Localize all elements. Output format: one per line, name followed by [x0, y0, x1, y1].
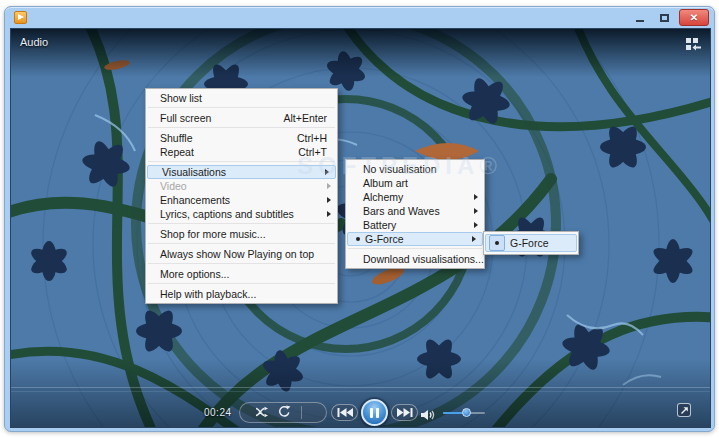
close-button[interactable]: ✕: [679, 9, 709, 26]
menu-separator: [148, 223, 335, 224]
menu-shortcut: Ctrl+T: [298, 146, 327, 158]
menu-item-label: Always show Now Playing on top: [160, 248, 314, 260]
menu-item-bars-and-waves[interactable]: Bars and Waves: [346, 204, 484, 218]
menu-separator: [148, 161, 335, 162]
menu-item-help-with-playback[interactable]: Help with playback...: [146, 287, 337, 301]
menu-item-label: Video: [160, 180, 187, 192]
menu-item-label: G-Force: [365, 233, 404, 245]
menu-item-video: Video: [146, 179, 337, 193]
minimize-icon: [636, 20, 644, 22]
volume-thumb[interactable]: [462, 408, 471, 417]
seek-bar[interactable]: [11, 387, 710, 392]
menu-item-album-art[interactable]: Album art: [346, 176, 484, 190]
submenu-arrow-icon: [474, 222, 478, 228]
menu-item-label: Shuffle: [160, 132, 193, 144]
menu-separator: [148, 127, 335, 128]
wmp-app-icon: [14, 11, 27, 24]
menu-item-label: Alchemy: [363, 191, 403, 203]
menu-item-label: Bars and Waves: [363, 205, 440, 217]
menu-item-label: Show list: [160, 92, 202, 104]
visualisations-submenu: No visualisationAlbum artAlchemyBars and…: [345, 159, 485, 269]
menu-item-battery[interactable]: Battery: [346, 218, 484, 232]
menu-item-label: Repeat: [160, 146, 194, 158]
menu-item-label: Lyrics, captions and subtitles: [160, 208, 294, 220]
minimize-button[interactable]: [629, 9, 651, 26]
previous-icon: [337, 408, 353, 417]
menu-item-g-force[interactable]: G-Force: [347, 232, 483, 246]
full-screen-icon: [680, 406, 689, 415]
menu-item-label: More options...: [160, 268, 229, 280]
pause-icon: [376, 408, 379, 418]
menu-item-label: Download visualisations...: [363, 253, 484, 265]
menu-item-alchemy[interactable]: Alchemy: [346, 190, 484, 204]
submenu-arrow-icon: [327, 211, 331, 217]
maximize-button[interactable]: [653, 9, 675, 26]
close-icon: ✕: [690, 12, 698, 23]
radio-bullet-icon: [354, 235, 362, 243]
menu-item-lyrics-captions-and-subtitles[interactable]: Lyrics, captions and subtitles: [146, 207, 337, 221]
title-bar[interactable]: ✕: [5, 7, 714, 28]
elapsed-time: 00:24: [204, 407, 232, 418]
menu-item-g-force[interactable]: G-Force: [485, 234, 577, 252]
previous-button[interactable]: [331, 404, 358, 421]
volume-slider[interactable]: [443, 407, 485, 419]
submenu-arrow-icon: [325, 169, 329, 175]
gforce-submenu: G-Force: [483, 231, 579, 255]
mute-button[interactable]: [421, 407, 436, 425]
menu-item-more-options[interactable]: More options...: [146, 267, 337, 281]
menu-item-label: No visualisation: [363, 163, 437, 175]
menu-item-repeat[interactable]: RepeatCtrl+T: [146, 145, 337, 159]
menu-item-label: Enhancements: [160, 194, 230, 206]
next-icon: [397, 408, 413, 417]
menu-separator: [148, 283, 335, 284]
speaker-icon: [421, 409, 436, 421]
context-menu: Show listFull screenAlt+EnterShuffleCtrl…: [145, 88, 338, 304]
menu-separator: [148, 243, 335, 244]
shuffle-icon: [255, 406, 269, 418]
menu-item-full-screen[interactable]: Full screenAlt+Enter: [146, 111, 337, 125]
radio-bullet-icon: [489, 235, 505, 251]
maximize-icon: [660, 14, 669, 22]
controls-divider: [301, 406, 302, 419]
submenu-arrow-icon: [327, 197, 331, 203]
menu-item-shuffle[interactable]: ShuffleCtrl+H: [146, 131, 337, 145]
menu-item-show-list[interactable]: Show list: [146, 91, 337, 105]
menu-separator: [148, 107, 335, 108]
shuffle-button[interactable]: [255, 404, 269, 422]
menu-item-visualisations[interactable]: Visualisations: [147, 165, 336, 179]
submenu-arrow-icon: [472, 236, 476, 242]
menu-item-label: Full screen: [160, 112, 211, 124]
menu-item-always-show-now-playing-on-top[interactable]: Always show Now Playing on top: [146, 247, 337, 261]
menu-item-label: Visualisations: [162, 166, 226, 178]
menu-item-label: Shop for more music...: [160, 228, 266, 240]
playback-controls: 00:24: [11, 399, 711, 428]
repeat-button[interactable]: [278, 404, 291, 422]
view-full-screen-button[interactable]: [677, 403, 691, 417]
menu-item-label: G-Force: [510, 237, 549, 249]
menu-shortcut: Alt+Enter: [284, 112, 327, 124]
submenu-arrow-icon: [474, 194, 478, 200]
repeat-icon: [278, 405, 291, 418]
menu-item-enhancements[interactable]: Enhancements: [146, 193, 337, 207]
menu-item-label: Help with playback...: [160, 288, 256, 300]
menu-item-download-visualisations[interactable]: Download visualisations...: [346, 252, 484, 266]
switch-to-library-button[interactable]: [685, 37, 701, 55]
menu-item-shop-for-more-music[interactable]: Shop for more music...: [146, 227, 337, 241]
menu-shortcut: Ctrl+H: [297, 132, 327, 144]
shuffle-repeat-stop-group: [239, 402, 327, 423]
submenu-arrow-icon: [474, 208, 478, 214]
menu-item-no-visualisation[interactable]: No visualisation: [346, 162, 484, 176]
next-button[interactable]: [391, 404, 418, 421]
pause-icon: [370, 408, 373, 418]
menu-item-label: Battery: [363, 219, 396, 231]
menu-item-label: Album art: [363, 177, 408, 189]
pause-button[interactable]: [361, 399, 388, 426]
mode-label: Audio: [20, 36, 48, 48]
switch-to-library-icon: [685, 37, 701, 51]
submenu-arrow-icon: [327, 183, 331, 189]
menu-separator: [348, 248, 482, 249]
menu-separator: [148, 263, 335, 264]
